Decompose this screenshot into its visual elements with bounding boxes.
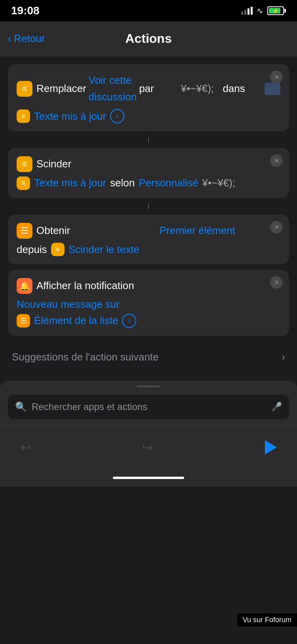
mic-icon[interactable]: 🎤 [271, 402, 282, 412]
status-time: 19:08 [11, 4, 40, 17]
redo-icon: ↪ [142, 439, 153, 455]
notif-blue1[interactable]: Nouveau message sur [17, 298, 120, 310]
secondary-blue-scinder[interactable]: Personnalisé [139, 177, 198, 189]
circle-arrow-notification[interactable]: › [122, 314, 136, 328]
action-secondary-scinder: ≡ Texte mis à jour selon Personnalisé ¥•… [17, 176, 280, 190]
obtenir-icon: ☰ [17, 223, 32, 239]
undo-icon: ↩ [20, 439, 31, 455]
signal-icon [241, 7, 253, 15]
action-secondary-remplacer: ≡ Texte mis à jour › [17, 109, 280, 123]
connector-1 [8, 137, 289, 142]
secondary-icon-scinder: ≡ [17, 176, 30, 190]
connector-line-2 [148, 203, 149, 209]
secondary-label-notification[interactable]: Élément de la liste [34, 314, 118, 327]
suggestions-chevron-icon: › [282, 351, 285, 363]
secondary-label-remplacer[interactable]: Texte mis à jour [34, 110, 106, 123]
circle-arrow-remplacer[interactable]: › [110, 109, 124, 123]
search-placeholder: Rechercher apps et actions [32, 401, 267, 412]
battery-icon: ⚡ [267, 6, 286, 15]
sheet-handle [137, 385, 160, 387]
scinder-icon: ≡ [17, 156, 32, 172]
action-secondary-obtenir: depuis ≡ Scinder le texte [17, 243, 280, 256]
action-row-obtenir: ☰ Obtenir Premier élément [17, 222, 280, 239]
back-chevron-icon: ‹ [8, 33, 11, 44]
search-icon: 🔍 [15, 401, 27, 412]
search-bar[interactable]: 🔍 Rechercher apps et actions 🎤 [8, 395, 289, 419]
back-button[interactable]: ‹ Retour [8, 33, 45, 45]
action-card-remplacer: ✕ ≡ Remplacer Voir cette discussion par … [8, 64, 289, 131]
remplacer-blue1[interactable]: Voir cette discussion [89, 72, 137, 105]
close-button-notification[interactable]: ✕ [270, 276, 283, 289]
redo-button[interactable]: ↪ [137, 437, 157, 457]
action-card-notification: ✕ 🔔 Afficher la notification Nouveau mes… [8, 270, 289, 336]
secondary-icon-notification: ☰ [17, 314, 30, 328]
bottom-toolbar: ↩ ↪ [0, 426, 297, 469]
connector-2 [8, 203, 289, 209]
action-card-obtenir: ✕ ☰ Obtenir Premier élément depuis ≡ Sci… [8, 215, 289, 264]
wifi-icon: ∿ [257, 6, 263, 15]
close-button-obtenir[interactable]: ✕ [270, 221, 283, 234]
close-button-remplacer[interactable]: ✕ [270, 71, 283, 83]
close-button-scinder[interactable]: ✕ [270, 154, 283, 167]
action-row-remplacer: ≡ Remplacer Voir cette discussion par ¥•… [17, 72, 280, 105]
remplacer-icon: ≡ [17, 81, 32, 97]
undo-button[interactable]: ↩ [16, 437, 36, 457]
connector-line-1 [148, 137, 149, 142]
play-icon [265, 440, 277, 454]
back-label: Retour [14, 33, 45, 45]
page-title: Actions [125, 31, 171, 46]
watermark: Vu sur Foforum [237, 613, 297, 627]
notification-icon: 🔔 [17, 278, 32, 294]
action-secondary-notification: Nouveau message sur ☰ Élément de la list… [17, 298, 280, 328]
secondary-label-scinder[interactable]: Texte mis à jour [34, 177, 106, 189]
suggestions-label: Suggestions de l'action suivante [12, 351, 159, 363]
secondary-label-obtenir[interactable]: Scinder le texte [69, 243, 139, 256]
secondary-icon-obtenir: ≡ [51, 243, 65, 256]
secondary-icon-remplacer: ≡ [17, 109, 30, 123]
action-row-notification: 🔔 Afficher la notification [17, 278, 280, 294]
home-bar [113, 477, 184, 479]
status-bar: 19:08 ∿ ⚡ [0, 0, 297, 21]
obtenir-blue[interactable]: Premier élément [160, 222, 280, 239]
main-content: ✕ ≡ Remplacer Voir cette discussion par … [0, 56, 297, 381]
suggestions-row[interactable]: Suggestions de l'action suivante › [8, 341, 289, 373]
play-button[interactable] [259, 436, 281, 458]
nav-bar: ‹ Retour Actions [0, 21, 297, 56]
bottom-sheet: 🔍 Rechercher apps et actions 🎤 [0, 381, 297, 426]
action-card-scinder: ✕ ≡ Scinder ≡ Texte mis à jour selon Per… [8, 148, 289, 198]
action-row-scinder: ≡ Scinder [17, 156, 280, 172]
status-icons: ∿ ⚡ [241, 6, 286, 15]
home-indicator [0, 469, 297, 487]
